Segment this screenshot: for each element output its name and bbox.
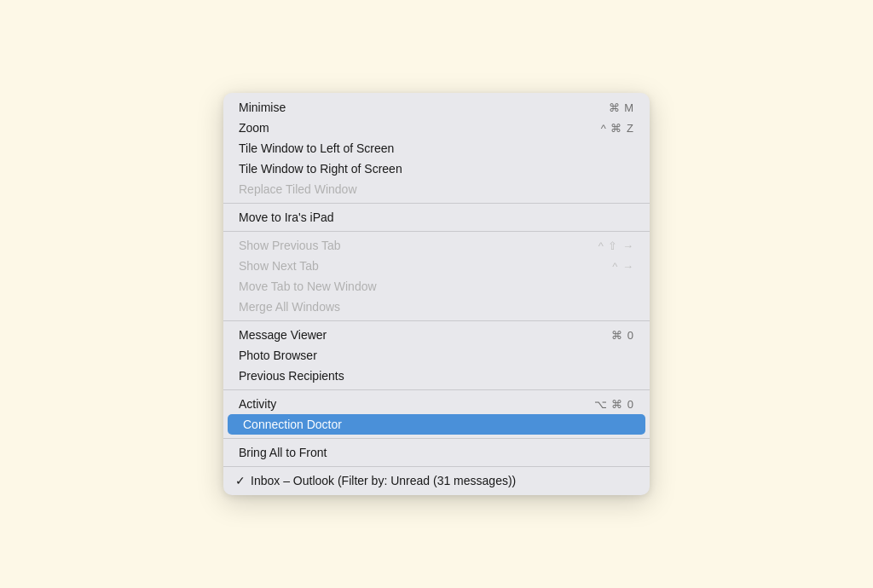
menu-item-activity[interactable]: Activity⌥ ⌘ 0 [223, 394, 650, 414]
menu-item-label: Inbox – Outlook (Filter by: Unread (31 m… [251, 474, 634, 487]
menu-item-label: Photo Browser [239, 349, 634, 362]
menu-item-photo-browser[interactable]: Photo Browser [223, 345, 650, 366]
menu-item-tile-right[interactable]: Tile Window to Right of Screen [223, 159, 650, 179]
menu-item-label: Move to Ira's iPad [239, 210, 634, 224]
menu-item-shortcut: ⌘ 0 [611, 329, 634, 342]
menu-item-label: Show Next Tab [239, 259, 578, 273]
menu-item-label: Connection Doctor [243, 418, 630, 431]
menu-item-label: Tile Window to Left of Screen [239, 141, 634, 155]
menu-item-message-viewer[interactable]: Message Viewer⌘ 0 [223, 325, 650, 345]
menu-item-label: Tile Window to Right of Screen [239, 162, 634, 176]
menu-item-label: Activity [239, 397, 560, 411]
menu-item-show-prev-tab: Show Previous Tab^ ⇧ → [223, 235, 650, 256]
menu-item-label: Message Viewer [239, 328, 577, 342]
menu-item-label: Move Tab to New Window [239, 280, 634, 293]
menu-divider [223, 389, 650, 390]
menu-item-label: Bring All to Front [239, 446, 634, 459]
menu-divider [223, 438, 650, 439]
menu-item-previous-recipients[interactable]: Previous Recipients [223, 366, 650, 386]
menu-item-inbox-outlook[interactable]: ✓ Inbox – Outlook (Filter by: Unread (31… [223, 470, 650, 491]
menu-item-bring-all-to-front[interactable]: Bring All to Front [223, 442, 650, 463]
menu-item-label: Previous Recipients [239, 369, 634, 383]
menu-item-label: Replace Tiled Window [239, 182, 634, 196]
menu-item-show-next-tab: Show Next Tab^ → [223, 256, 650, 276]
menu-divider [223, 466, 650, 467]
menu-divider [223, 203, 650, 204]
menu-item-zoom[interactable]: Zoom^ ⌘ Z [223, 118, 650, 138]
menu-divider [223, 231, 650, 232]
menu-item-replace-tiled: Replace Tiled Window [223, 179, 650, 199]
menu-item-label: Show Previous Tab [239, 239, 564, 252]
menu-item-label: Zoom [239, 121, 567, 135]
menu-item-shortcut: ⌥ ⌘ 0 [594, 398, 634, 411]
menu-item-connection-doctor[interactable]: Connection Doctor [228, 414, 645, 435]
context-menu: Minimise⌘ MZoom^ ⌘ ZTile Window to Left … [223, 93, 650, 495]
menu-item-tile-left[interactable]: Tile Window to Left of Screen [223, 138, 650, 159]
menu-item-minimise[interactable]: Minimise⌘ M [223, 97, 650, 118]
menu-item-shortcut: ⌘ M [609, 101, 634, 114]
menu-item-shortcut: ^ → [612, 260, 634, 273]
menu-item-move-to-ipad[interactable]: Move to Ira's iPad [223, 207, 650, 228]
menu-item-label: Merge All Windows [239, 300, 634, 314]
menu-divider [223, 320, 650, 321]
menu-item-label: Minimise [239, 101, 575, 114]
menu-item-shortcut: ^ ⇧ → [598, 239, 634, 252]
checkmark-icon: ✓ [235, 474, 251, 487]
menu-item-merge-all-windows: Merge All Windows [223, 297, 650, 317]
menu-item-move-tab-new-window: Move Tab to New Window [223, 276, 650, 297]
menu-item-shortcut: ^ ⌘ Z [601, 122, 634, 135]
